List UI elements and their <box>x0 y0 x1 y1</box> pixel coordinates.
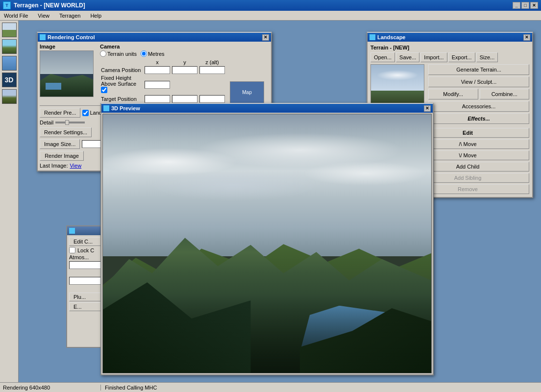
status-left: Rendering 640x480 <box>3 385 101 391</box>
rendering-control-title: Rendering Control <box>48 34 95 40</box>
landscape-close[interactable]: ✕ <box>523 34 530 41</box>
status-bar: Rendering 640x480 Finished Calling MHC <box>0 382 541 392</box>
app-icon: T <box>3 1 11 9</box>
camera-table-header: x y z (alt) <box>100 59 226 66</box>
title-controls: _ □ ✕ <box>513 2 538 9</box>
fixed-height-label: Fixed Height Above Surface <box>100 74 144 95</box>
target-pos-y[interactable]: 2301,8m <box>172 95 197 103</box>
image-size-value[interactable]: 640 <box>82 140 101 148</box>
metres-radio[interactable]: Metres <box>141 50 165 57</box>
fixed-height-text: Fixed Height Above Surface <box>101 75 136 87</box>
terrain-units-radio[interactable]: Terrain units <box>100 50 137 57</box>
map-box: Map <box>230 81 264 103</box>
detail-label: Detail <box>40 120 53 125</box>
sidebar-btn-4[interactable] <box>2 89 17 104</box>
camera-pos-x[interactable]: 1080,m <box>145 66 170 74</box>
render-settings-button[interactable]: Render Settings... <box>40 127 92 137</box>
close-button[interactable]: ✕ <box>530 2 538 9</box>
terrain-preview <box>370 64 424 108</box>
menu-item-view[interactable]: View <box>36 12 51 20</box>
preview-viewport <box>102 114 432 373</box>
preview-3d-title-bar[interactable]: 3D Preview ✕ <box>101 104 433 113</box>
scene-clouds <box>103 127 431 244</box>
preview-3d-window: 3D Preview ✕ <box>100 103 434 375</box>
detail-slider-thumb <box>65 120 69 125</box>
accessories-button[interactable]: Accessories... <box>428 101 529 112</box>
camera-pos-z-cell: 801,3m <box>198 66 226 74</box>
detail-slider[interactable] <box>55 122 85 123</box>
rendering-control-title-bar[interactable]: Rendering Control ✕ <box>38 33 271 42</box>
app-title-bar: T Terragen - [NEW WORLD] _ □ ✕ <box>0 0 541 11</box>
render-image-button[interactable]: Render Image <box>40 151 84 161</box>
image-section: Image <box>40 44 96 103</box>
empty-cell <box>100 59 144 66</box>
app-icon-letter: T <box>5 3 8 8</box>
preview-3d-icon <box>103 105 109 111</box>
open-button[interactable]: Open... <box>370 52 395 62</box>
modify-button[interactable]: Modify... <box>428 89 478 99</box>
generate-terrain-button[interactable]: Generate Terrain... <box>428 64 529 75</box>
preview-3d-close[interactable]: ✕ <box>424 105 431 112</box>
lock-checkbox[interactable] <box>69 247 75 253</box>
image-label: Image <box>40 44 96 49</box>
col-x: x <box>144 59 171 66</box>
terrain-units-input[interactable] <box>100 50 106 57</box>
combine-button[interactable]: Combine... <box>480 89 530 99</box>
rendering-control-close[interactable]: ✕ <box>262 34 269 41</box>
terrain-label: Terrain - [NEW] <box>370 45 409 50</box>
target-position-row: Target Position 4373,3m 2301,8m -1772,m <box>100 95 226 103</box>
camera-pos-y-cell: 6540,m <box>171 66 198 74</box>
landscape-right-buttons: Generate Terrain... View / Sculpt... Mod… <box>428 64 529 124</box>
restore-button[interactable]: □ <box>521 2 529 9</box>
fixed-height-value-cell: 255,8m <box>144 74 226 95</box>
col-y: y <box>171 59 198 66</box>
camera-pos-y[interactable]: 6540,m <box>172 66 197 74</box>
landscape-title-bar[interactable]: Landscape ✕ <box>368 33 532 42</box>
sidebar-btn-2[interactable] <box>2 39 17 54</box>
fixed-height-row: Fixed Height Above Surface 255,8m <box>100 74 226 95</box>
modify-combine-row: Modify... Combine... <box>428 89 529 99</box>
sidebar-btn-3d[interactable]: 3D <box>2 73 17 87</box>
export-button[interactable]: Export... <box>448 52 475 62</box>
target-pos-label: Target Position <box>100 95 144 103</box>
target-pos-x[interactable]: 4373,3m <box>145 95 170 103</box>
view-label: View <box>70 163 81 169</box>
view-sculpt-button[interactable]: View / Sculpt... <box>428 76 529 87</box>
camera-table: x y z (alt) Camera Position 1080,m 6540,… <box>100 59 226 103</box>
menu-bar: World File View Terragen Help <box>0 11 541 21</box>
fixed-height-value[interactable]: 255,8m <box>145 81 170 89</box>
camera-section: Camera Terrain units Metres x y <box>100 44 226 103</box>
menu-item-terragen[interactable]: Terragen <box>57 12 82 20</box>
size-button[interactable]: Size... <box>476 52 498 62</box>
left-sidebar: 3D <box>0 21 19 392</box>
import-button[interactable]: Import... <box>420 52 447 62</box>
effects-button[interactable]: Effects... <box>428 113 529 124</box>
metres-input[interactable] <box>141 50 147 57</box>
last-image-label: Last Image: <box>40 163 68 169</box>
col-z: z (alt) <box>198 59 226 66</box>
camera-radio-group: Terrain units Metres <box>100 50 226 57</box>
sidebar-btn-1[interactable] <box>2 23 17 37</box>
land-checkbox[interactable] <box>82 110 89 116</box>
camera-label: Camera <box>100 44 226 49</box>
metres-label: Metres <box>148 51 165 57</box>
preview-3d-title: 3D Preview <box>111 105 140 111</box>
land-label-container: Land <box>82 110 101 116</box>
rc-top-section: Image Camera Terrain units <box>40 44 269 103</box>
fixed-height-checkbox[interactable] <box>101 87 107 93</box>
camera-pos-z[interactable]: 801,3m <box>199 66 225 74</box>
menu-item-help[interactable]: Help <box>88 12 103 20</box>
menu-item-world-file[interactable]: World File <box>2 12 30 20</box>
target-pos-z[interactable]: -1772,m <box>199 95 225 103</box>
render-preview-button[interactable]: Render Pre... <box>40 108 80 118</box>
save-button[interactable]: Save... <box>396 52 419 62</box>
minimize-button[interactable]: _ <box>513 2 520 9</box>
preview-3d-content <box>101 113 433 374</box>
map-label: Map <box>242 90 251 95</box>
map-area: Map <box>230 44 269 103</box>
rendering-control-icon <box>40 34 46 40</box>
camera-pos-label: Camera Position <box>100 66 144 74</box>
secondary-window-icon <box>69 228 75 234</box>
sidebar-btn-3[interactable] <box>2 56 17 71</box>
image-size-button[interactable]: Image Size... <box>40 139 80 149</box>
